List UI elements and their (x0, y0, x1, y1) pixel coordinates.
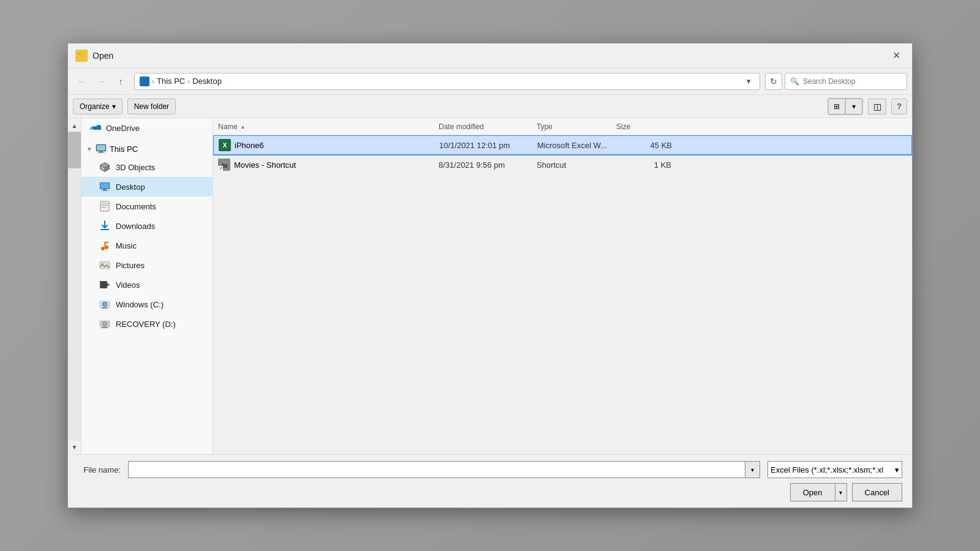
shortcut-icon: 🎬 ↗ (218, 159, 230, 171)
windows-c-label: Windows (C:) (116, 300, 164, 309)
scroll-up-icon[interactable]: ▲ (69, 119, 81, 132)
3d-objects-label: 3D Objects (116, 163, 155, 172)
svg-rect-38 (102, 327, 107, 328)
sidebar-item-3d-objects[interactable]: 3D Objects (81, 157, 213, 177)
music-label: Music (116, 241, 137, 250)
col-name-sort-icon: ▲ (240, 124, 246, 130)
preview-button[interactable]: ◫ (868, 99, 886, 114)
new-folder-button[interactable]: New folder (127, 99, 176, 114)
sidebar-item-recovery-d[interactable]: RECOVERY (D:) (81, 314, 213, 334)
sidebar-item-videos[interactable]: Videos (81, 275, 213, 294)
pictures-label: Pictures (116, 261, 145, 270)
file-name-row: File name: ▾ Excel Files (*.xl;*.xlsx;*.… (78, 461, 902, 478)
file-list: X iPhone6 10/1/2021 12:01 pm Microsoft E… (213, 135, 912, 454)
close-button[interactable]: ✕ (888, 47, 905, 64)
forward-button[interactable]: → (92, 73, 110, 90)
refresh-button[interactable]: ↻ (765, 73, 782, 90)
svg-rect-5 (97, 145, 105, 151)
col-header-size[interactable]: Size (616, 122, 671, 131)
videos-label: Videos (116, 280, 140, 290)
svg-rect-1 (78, 53, 81, 54)
file-type-label: Excel Files (*.xl;*.xlsx;*.xlsm;*.xl (771, 465, 883, 474)
organize-button[interactable]: Organize ▾ (73, 99, 123, 114)
col-type-label: Type (537, 122, 552, 131)
svg-rect-29 (100, 282, 107, 288)
sidebar-item-windows-c[interactable]: Windows (C:) (81, 294, 213, 314)
open-dropdown-button[interactable]: ▾ (835, 483, 847, 501)
file-name-input[interactable] (128, 461, 745, 478)
desktop-icon (99, 181, 111, 193)
svg-rect-33 (102, 307, 107, 308)
this-pc-collapse-icon: ▼ (86, 146, 92, 152)
sidebar-item-documents[interactable]: Documents (81, 197, 213, 216)
table-row[interactable]: X iPhone6 10/1/2021 12:01 pm Microsoft E… (213, 135, 912, 155)
view-controls: ⊞ ▾ ◫ ? (827, 98, 907, 115)
sidebar: OneDrive ▼ This PC (81, 118, 213, 454)
file-size-cell: 45 KB (617, 141, 672, 150)
breadcrumb-dropdown-button[interactable]: ▾ (742, 73, 755, 90)
search-input[interactable] (803, 77, 902, 86)
table-row[interactable]: 🎬 ↗ Movies - Shortcut 8/31/2021 9:56 pm … (213, 155, 912, 174)
view-dropdown-icon: ▾ (852, 102, 856, 111)
col-header-type[interactable]: Type (537, 122, 616, 131)
toolbar: Organize ▾ New folder ⊞ ▾ ◫ (68, 95, 912, 118)
view-grid-button[interactable]: ⊞ (828, 99, 845, 114)
file-name-cell: 🎬 ↗ Movies - Shortcut (218, 159, 439, 171)
column-headers: Name ▲ Date modified Type Size (213, 118, 912, 135)
file-name-dropdown-button[interactable]: ▾ (745, 461, 760, 478)
svg-rect-3 (141, 80, 144, 81)
svg-rect-7 (97, 152, 105, 153)
organize-label: Organize (80, 102, 110, 111)
desktop-label: Desktop (116, 182, 145, 192)
scroll-thumb[interactable] (68, 132, 81, 168)
breadcrumb-desktop[interactable]: Desktop (192, 77, 222, 86)
file-name-cell: X iPhone6 (219, 139, 439, 151)
sidebar-item-onedrive[interactable]: OneDrive (81, 118, 213, 138)
view-dropdown-button[interactable]: ▾ (845, 99, 862, 114)
sidebar-item-downloads[interactable]: Downloads (81, 216, 213, 236)
svg-rect-19 (102, 207, 106, 208)
open-dialog: Open ✕ ← → ↑ › This PC (67, 43, 913, 508)
open-btn-wrapper: Open ▾ (790, 483, 847, 501)
dialog-title: Open (92, 51, 883, 61)
file-type-select[interactable]: Excel Files (*.xl;*.xlsx;*.xlsm;*.xl ▾ (767, 461, 902, 478)
onedrive-label: OneDrive (106, 124, 140, 133)
sidebar-item-desktop[interactable]: Desktop (81, 177, 213, 197)
refresh-icon: ↻ (770, 77, 777, 86)
breadcrumb-separator-2: › (187, 77, 190, 86)
open-button[interactable]: Open (790, 483, 835, 501)
3d-objects-icon (99, 161, 111, 173)
sidebar-scrollbar[interactable]: ▲ ▼ (68, 118, 81, 454)
file-name-label-movies: Movies - Shortcut (234, 160, 296, 170)
scroll-track (68, 132, 81, 441)
svg-rect-18 (102, 205, 108, 206)
help-button[interactable]: ? (891, 99, 907, 114)
forward-icon: → (97, 77, 105, 86)
file-name-label-iphone6: iPhone6 (235, 141, 264, 150)
search-bar: 🔍 (785, 73, 907, 90)
sidebar-item-pictures[interactable]: Pictures (81, 255, 213, 275)
svg-rect-13 (100, 183, 109, 189)
shortcut-arrow-icon: ↗ (218, 166, 223, 171)
bottom-bar: File name: ▾ Excel Files (*.xl;*.xlsx;*.… (68, 454, 912, 508)
excel-icon: X (219, 139, 231, 151)
preview-icon: ◫ (873, 102, 881, 111)
file-type-dropdown-icon: ▾ (895, 465, 899, 474)
scroll-down-icon[interactable]: ▼ (69, 441, 81, 453)
dialog-icon (75, 50, 88, 62)
new-folder-label: New folder (134, 102, 169, 111)
col-header-name[interactable]: Name ▲ (218, 122, 439, 131)
sidebar-item-music[interactable]: Music (81, 236, 213, 255)
recovery-d-label: RECOVERY (D:) (116, 320, 176, 329)
up-button[interactable]: ↑ (112, 73, 129, 90)
breadcrumb[interactable]: › This PC › Desktop ▾ (134, 73, 760, 90)
col-header-date[interactable]: Date modified (439, 122, 537, 131)
sidebar-item-this-pc[interactable]: ▼ This PC (81, 138, 213, 157)
file-list-wrapper: Name ▲ Date modified Type Size (213, 118, 912, 454)
cancel-button[interactable]: Cancel (852, 483, 902, 501)
back-button[interactable]: ← (73, 73, 90, 90)
actions-row: Open ▾ Cancel (78, 483, 902, 501)
downloads-icon (99, 220, 111, 232)
file-list-scroll: X iPhone6 10/1/2021 12:01 pm Microsoft E… (213, 135, 912, 454)
breadcrumb-this-pc[interactable]: This PC (157, 77, 185, 86)
